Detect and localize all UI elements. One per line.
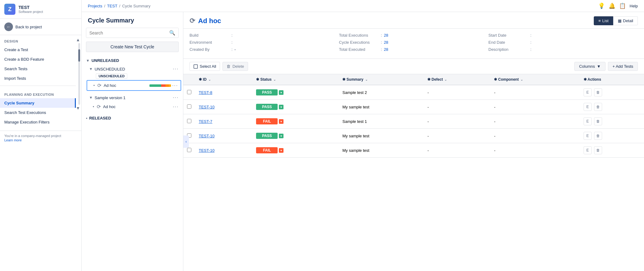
scroll-up-icon[interactable]: ▲: [76, 38, 80, 42]
status-dropdown-button[interactable]: ▾: [279, 148, 283, 153]
row-component-cell: -: [490, 129, 580, 143]
sidebar-item-search-tests[interactable]: Search Tests: [0, 64, 76, 74]
select-all-button[interactable]: Select All: [190, 62, 220, 71]
sort-icon: ⌄: [365, 78, 368, 81]
row-status-cell: PASS ▾: [252, 100, 339, 114]
feedback-icon[interactable]: 📋: [619, 2, 626, 9]
col-header-summary[interactable]: ✱ Summary ⌄: [339, 74, 424, 85]
back-to-project-button[interactable]: ← Back to project: [0, 19, 81, 35]
edit-icon[interactable]: E: [584, 146, 592, 154]
version-header-released[interactable]: • RELEASED: [84, 114, 181, 122]
col-header-id[interactable]: ✱ ID ⌄: [195, 74, 252, 85]
row-defect-value: -: [427, 148, 429, 153]
status-dropdown-button[interactable]: ▾: [279, 90, 283, 95]
search-icon: 🔍: [169, 30, 175, 36]
row-id-cell: TEST-7: [195, 114, 252, 129]
breadcrumb-test[interactable]: TEST: [107, 4, 117, 8]
help-link[interactable]: Help: [630, 4, 638, 8]
sub-group-unscheduled: ▼ UNSCHEDULED ··· UNSCHEDULED: [87, 65, 181, 91]
delete-row-icon[interactable]: 🗑: [594, 117, 602, 125]
sidebar-item-create-bdd[interactable]: Create a BDD Feature: [0, 55, 76, 64]
row-checkbox[interactable]: [187, 119, 191, 123]
test-id-link[interactable]: TEST-10: [199, 148, 214, 153]
topbar-actions: 💡 🔔 📋 Help: [598, 2, 638, 9]
row-actions-cell: E 🗑: [580, 85, 644, 100]
row-checkbox[interactable]: [187, 104, 191, 109]
test-id-link[interactable]: TEST-10: [199, 105, 214, 109]
row-actions-cell: E 🗑: [580, 129, 644, 143]
section-label-planning: PLANNING AND EXECUTION: [0, 88, 76, 98]
delete-button[interactable]: 🗑 Delete: [222, 62, 248, 71]
version-label-unreleased: UNRELEASED: [92, 58, 119, 63]
columns-button[interactable]: Columns ▼: [574, 62, 605, 71]
progress-orange: [165, 84, 169, 87]
select-all-label: Select All: [200, 64, 216, 69]
table-row: TEST-10 PASS ▾ My sample test - - E 🗑: [183, 129, 644, 143]
col-header-defect[interactable]: ✱ Defect ⌄: [424, 74, 490, 85]
test-id-link[interactable]: TEST-8: [199, 90, 212, 95]
sidebar-item-cycle-summary[interactable]: Cycle Summary: [0, 98, 76, 108]
chevron-down-icon: ▼: [597, 64, 601, 69]
meta-environment: Environment :: [190, 40, 339, 45]
test-id-link[interactable]: TEST-10: [199, 134, 214, 138]
delete-row-icon[interactable]: 🗑: [594, 88, 602, 96]
row-summary-text: My sample test: [342, 148, 369, 153]
col-header-component[interactable]: ✱ Component ⌄: [490, 74, 580, 85]
more-options-icon[interactable]: ···: [173, 66, 179, 72]
cycle-item-adhoc-sample-v1[interactable]: • ⟳ Ad hoc ···: [87, 102, 181, 111]
status-dropdown-button[interactable]: ▾: [279, 105, 283, 109]
row-checkbox[interactable]: [187, 90, 191, 94]
row-component-cell: -: [490, 100, 580, 114]
sort-icon: ⌄: [444, 78, 447, 81]
sidebar-item-manage-filters[interactable]: Manage Execution Filters: [0, 117, 76, 127]
edit-icon[interactable]: E: [584, 88, 592, 96]
list-view-button[interactable]: ≡ List: [594, 16, 613, 25]
add-tests-button[interactable]: + Add Tests: [608, 62, 638, 71]
unscheduled-tooltip: UNSCHEDULED: [96, 73, 181, 79]
footer-note: You're in a company-managed project: [4, 134, 77, 138]
sidebar-item-search-executions[interactable]: Search Test Executions: [0, 108, 76, 117]
row-status-cell: PASS ▾: [252, 85, 339, 100]
cycle-more-icon[interactable]: ···: [172, 83, 178, 88]
status-dropdown-button[interactable]: ▾: [279, 134, 283, 138]
sort-icon: ⌄: [208, 78, 211, 81]
cycle-progress-bar: [149, 84, 171, 87]
col-header-status[interactable]: ✱ Status ⌄: [252, 74, 339, 85]
scroll-down-icon[interactable]: ▼: [76, 106, 80, 110]
breadcrumb-projects[interactable]: Projects: [88, 4, 102, 8]
collapse-panel-button[interactable]: ‹: [183, 136, 189, 148]
edit-icon[interactable]: E: [584, 103, 592, 111]
row-component-cell: -: [490, 114, 580, 129]
more-options-icon[interactable]: ···: [173, 95, 179, 100]
sidebar-item-create-test[interactable]: Create a Test: [0, 45, 76, 55]
lightbulb-icon[interactable]: 💡: [598, 2, 605, 9]
delete-row-icon[interactable]: 🗑: [594, 103, 602, 111]
cycle-list: ▼ UNRELEASED ▼ UNSCHEDULED ···: [82, 56, 183, 271]
metadata-grid: Build : Total Executions : 28 Start Date…: [183, 29, 644, 59]
sidebar-item-import-tests[interactable]: Import Tests: [0, 74, 76, 83]
row-checkbox-cell: [183, 114, 195, 129]
version-header-unreleased[interactable]: ▼ UNRELEASED: [84, 56, 181, 65]
cycle-more-icon[interactable]: ···: [173, 104, 179, 110]
create-cycle-button[interactable]: Create New Test Cycle: [86, 42, 179, 52]
test-id-link[interactable]: TEST-7: [199, 119, 212, 124]
edit-icon[interactable]: E: [584, 117, 592, 125]
row-checkbox[interactable]: [187, 148, 191, 152]
notification-icon[interactable]: 🔔: [609, 2, 615, 9]
sub-header-unscheduled[interactable]: ▼ UNSCHEDULED ···: [87, 65, 181, 73]
cycle-item-adhoc-unscheduled[interactable]: • ⟳ Ad hoc ·: [87, 80, 181, 91]
row-id-cell: TEST-10: [195, 100, 252, 114]
bullet-icon: •: [93, 104, 94, 109]
sub-header-sample-v1[interactable]: ▼ Sample version 1 ···: [87, 93, 181, 102]
detail-view-button[interactable]: ▦ Detail: [613, 16, 638, 25]
status-dropdown-button[interactable]: ▾: [279, 119, 283, 124]
cycle-search-input[interactable]: [89, 30, 169, 35]
delete-row-icon[interactable]: 🗑: [594, 146, 602, 154]
edit-icon[interactable]: E: [584, 132, 592, 140]
row-defect-value: -: [427, 105, 429, 109]
delete-row-icon[interactable]: 🗑: [594, 132, 602, 140]
learn-more-link[interactable]: Learn more: [4, 138, 77, 142]
row-defect-cell: -: [424, 114, 490, 129]
row-component-value: -: [494, 90, 495, 95]
row-defect-value: -: [427, 90, 429, 95]
